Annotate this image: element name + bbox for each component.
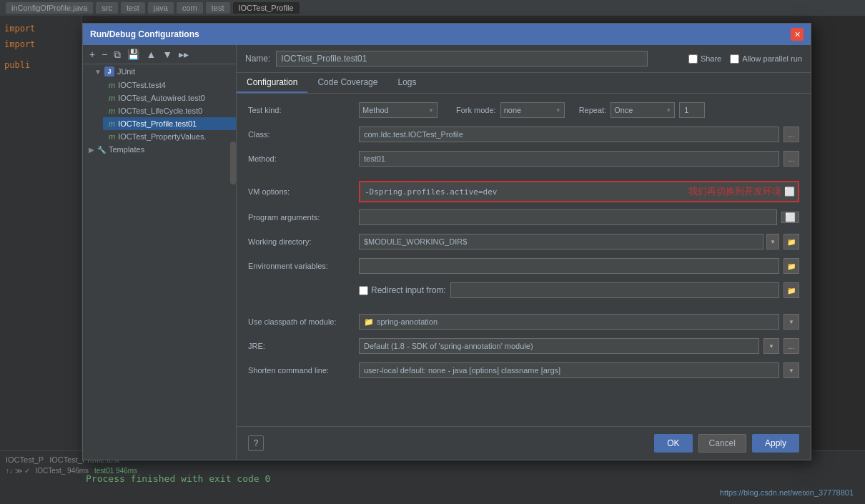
- tree-item-0[interactable]: m IOCTest.test4: [103, 79, 236, 92]
- test-kind-select[interactable]: Method ▼: [359, 102, 438, 118]
- bottom-arrows[interactable]: ↑↓ ≫ ✓: [6, 467, 30, 475]
- more-button[interactable]: ▸▸: [177, 48, 191, 61]
- tree-item-label-1: IOCTest_Autowired.test0: [118, 94, 205, 102]
- working-dir-input[interactable]: [359, 234, 763, 249]
- method-icon-0: m: [109, 81, 115, 89]
- apply-button[interactable]: Apply: [752, 434, 799, 453]
- ide-tab-test2[interactable]: test: [206, 2, 230, 14]
- tab-configuration[interactable]: Configuration: [237, 73, 307, 93]
- redirect-checkbox[interactable]: [359, 286, 368, 295]
- redirect-input[interactable]: [450, 282, 779, 298]
- ide-tab-com[interactable]: com: [177, 2, 203, 14]
- program-args-expand-button[interactable]: ⬜: [781, 212, 799, 223]
- name-label: Name:: [245, 54, 270, 64]
- separator-2: [248, 305, 799, 312]
- scrollbar[interactable]: [230, 142, 236, 184]
- test-kind-label: Test kind:: [248, 106, 359, 114]
- move-down-button[interactable]: ▼: [160, 48, 174, 61]
- save-config-button[interactable]: 💾: [125, 48, 142, 61]
- folder-icon: 📁: [364, 317, 374, 327]
- method-browse-button[interactable]: ...: [784, 151, 799, 167]
- program-args-input[interactable]: [359, 209, 777, 225]
- ide-tab-test[interactable]: test: [121, 2, 145, 14]
- repeat-arrow: ▼: [666, 107, 671, 114]
- bottom-file1: IOCTest_P: [6, 455, 44, 464]
- tree-group-templates[interactable]: ▶ 🔧 Templates: [83, 143, 236, 156]
- cancel-button[interactable]: Cancel: [698, 434, 746, 453]
- share-checkbox-label[interactable]: Share: [688, 54, 721, 64]
- help-button[interactable]: ?: [248, 435, 264, 451]
- jre-value: Default (1.8 - SDK of 'spring-annotation…: [364, 342, 533, 350]
- jre-dropdown-button[interactable]: ▼: [763, 338, 779, 354]
- env-vars-controls: 📁: [359, 258, 799, 274]
- jre-browse-button[interactable]: ...: [784, 338, 799, 354]
- classpath-label: Use classpath of module:: [248, 317, 359, 326]
- fork-mode-select[interactable]: none ▼: [500, 102, 565, 118]
- left-toolbar: + − ⧉ 💾 ▲ ▼ ▸▸: [83, 45, 236, 64]
- tab-logs[interactable]: Logs: [387, 73, 426, 93]
- redirect-checkbox-label[interactable]: Redirect input from:: [359, 285, 446, 295]
- env-vars-row: Environment variables: 📁: [248, 257, 799, 275]
- ide-tab-java[interactable]: java: [148, 2, 174, 14]
- env-vars-browse-button[interactable]: 📁: [784, 258, 799, 274]
- shorten-cmd-value: user-local default: none - java [options…: [364, 366, 560, 375]
- dialog-title: Run/Debug Configurations: [90, 29, 199, 39]
- jre-select[interactable]: Default (1.8 - SDK of 'spring-annotation…: [359, 338, 759, 354]
- parallel-checkbox-label[interactable]: Allow parallel run: [730, 54, 802, 64]
- name-input[interactable]: [276, 51, 648, 66]
- vm-hint-text: 我们再切换到开发环境: [688, 185, 781, 198]
- method-icon-1: m: [109, 94, 115, 102]
- footer-right: OK Cancel Apply: [654, 434, 799, 453]
- classpath-dropdown-button[interactable]: ▼: [784, 314, 799, 330]
- dialog-close-button[interactable]: ✕: [791, 28, 804, 41]
- method-icon-3: m: [109, 119, 115, 128]
- class-row: Class: ...: [248, 125, 799, 144]
- method-controls: ...: [359, 151, 799, 167]
- class-browse-button[interactable]: ...: [784, 127, 799, 142]
- form-area: Test kind: Method ▼ Fork mode: none ▼ Re…: [237, 94, 811, 426]
- method-input[interactable]: [359, 151, 779, 167]
- tree-item-1[interactable]: m IOCTest_Autowired.test0: [103, 92, 236, 104]
- redirect-browse-button[interactable]: 📁: [784, 282, 799, 298]
- working-dir-dropdown-button[interactable]: ▼: [766, 234, 779, 249]
- run-debug-dialog: Run/Debug Configurations ✕ + − ⧉ 💾 ▲ ▼ ▸…: [82, 23, 811, 460]
- process-text: Process finished with exit code 0: [86, 473, 270, 484]
- program-args-label: Program arguments:: [248, 213, 359, 222]
- remove-config-button[interactable]: −: [99, 48, 109, 61]
- vm-options-controls: 我们再切换到开发环境 ⬜: [359, 181, 799, 202]
- ide-tab-src[interactable]: src: [96, 2, 118, 14]
- tree-item-label-2: IOCTest_LifeCycle.test0: [118, 107, 202, 115]
- class-input[interactable]: [359, 127, 779, 142]
- code-public: publi: [4, 58, 77, 74]
- redirect-controls: Redirect input from: 📁: [359, 282, 799, 298]
- ide-tab-config[interactable]: inConfigOfProfile.java: [6, 2, 93, 14]
- tree-item-4[interactable]: m IOCTest_PropertyValues.: [103, 130, 236, 143]
- move-up-button[interactable]: ▲: [144, 48, 158, 61]
- test-kind-row: Test kind: Method ▼ Fork mode: none ▼ Re…: [248, 101, 799, 119]
- classpath-select[interactable]: 📁 spring-annotation: [359, 314, 779, 330]
- bottom-status1: IOCTest_ 946ms: [36, 467, 89, 475]
- shorten-cmd-dropdown-button[interactable]: ▼: [784, 362, 799, 378]
- tab-code-coverage[interactable]: Code Coverage: [307, 73, 387, 93]
- working-dir-browse-button[interactable]: 📁: [784, 234, 799, 249]
- ide-tab-ioctest[interactable]: IOCTest_Profile: [233, 2, 300, 14]
- copy-config-button[interactable]: ⧉: [112, 48, 123, 61]
- vm-options-input[interactable]: [360, 186, 683, 198]
- tree-item-2[interactable]: m IOCTest_LifeCycle.test0: [103, 104, 236, 117]
- tree-group-header-junit[interactable]: ▼ J JUnit: [89, 64, 236, 79]
- add-config-button[interactable]: +: [87, 48, 97, 61]
- tree-item-3[interactable]: m IOCTest_Profile.test01: [103, 117, 236, 130]
- ok-button[interactable]: OK: [654, 434, 692, 453]
- repeat-count-input[interactable]: [679, 102, 705, 118]
- env-vars-input[interactable]: [359, 258, 779, 274]
- parallel-label: Allow parallel run: [742, 54, 802, 63]
- shorten-cmd-controls: user-local default: none - java [options…: [359, 362, 799, 378]
- classpath-controls: 📁 spring-annotation ▼: [359, 314, 799, 330]
- share-checkbox[interactable]: [688, 54, 698, 64]
- vm-expand-button[interactable]: ⬜: [781, 187, 798, 197]
- shorten-cmd-select[interactable]: user-local default: none - java [options…: [359, 362, 779, 378]
- repeat-select[interactable]: Once ▼: [611, 102, 675, 118]
- jre-row: JRE: Default (1.8 - SDK of 'spring-annot…: [248, 337, 799, 355]
- footer-left: ?: [248, 435, 264, 451]
- parallel-checkbox[interactable]: [730, 54, 739, 64]
